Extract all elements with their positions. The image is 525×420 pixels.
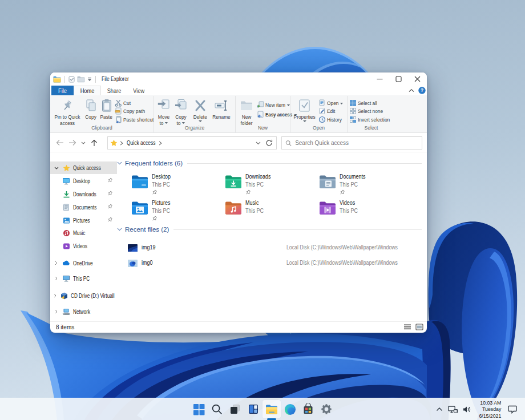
forward-button[interactable] bbox=[66, 136, 79, 149]
ribbon-group-select: Select all Select none bbox=[347, 96, 395, 132]
collapse-chevron-icon[interactable] bbox=[117, 161, 123, 165]
tab-share[interactable]: Share bbox=[101, 86, 127, 95]
pin-to-quick-access-button[interactable]: Pin to Quick access bbox=[51, 97, 83, 126]
close-button[interactable] bbox=[408, 72, 427, 86]
new-folder-button[interactable]: New folder bbox=[237, 97, 256, 126]
edit-icon bbox=[318, 107, 326, 115]
properties-button[interactable]: Properties bbox=[292, 97, 318, 122]
chevron-right-icon[interactable] bbox=[54, 309, 59, 314]
search-input[interactable] bbox=[295, 140, 418, 146]
notifications-button[interactable] bbox=[508, 405, 517, 414]
select-all-button[interactable]: Select all bbox=[349, 99, 395, 107]
volume-icon[interactable] bbox=[463, 406, 471, 413]
clock-time: 10:03 AM bbox=[479, 399, 501, 406]
ribbon-group-organize: Move to Copy to bbox=[154, 96, 235, 132]
frequent-folders-header[interactable]: Frequent folders (6) bbox=[117, 159, 427, 168]
folder-tile-downloads[interactable]: Downloads This PC bbox=[225, 173, 316, 197]
recent-file-row[interactable]: img19 Local Disk (C:)\Windows\Web\Wallpa… bbox=[117, 243, 427, 256]
details-view-icon[interactable] bbox=[403, 323, 411, 331]
folder-tile-desktop[interactable]: Desktop This PC bbox=[131, 173, 223, 197]
tab-home[interactable]: Home bbox=[74, 86, 101, 95]
invert-selection-button[interactable]: Invert selection bbox=[349, 115, 395, 124]
refresh-icon[interactable] bbox=[265, 139, 273, 147]
folder-tile-videos[interactable]: Videos This PC bbox=[319, 200, 410, 224]
pin-icon bbox=[107, 191, 112, 197]
sidebar-item-quick-access[interactable]: Quick access bbox=[50, 161, 117, 174]
chevron-right-icon[interactable] bbox=[54, 276, 59, 281]
chevron-right-icon[interactable] bbox=[54, 293, 56, 298]
downloads-folder-icon bbox=[225, 174, 242, 191]
copy-path-button[interactable]: Copy path bbox=[114, 107, 159, 116]
hidden-icons-chevron[interactable] bbox=[436, 407, 443, 411]
sidebar-item-this-pc[interactable]: This PC bbox=[50, 272, 117, 285]
recent-files-header[interactable]: Recent files (2) bbox=[117, 225, 427, 234]
sidebar-item-music[interactable]: Music bbox=[50, 227, 117, 240]
folder-tile-pictures[interactable]: Pictures This PC bbox=[131, 200, 223, 224]
file-explorer-button[interactable] bbox=[262, 400, 281, 418]
cut-button[interactable]: Cut bbox=[114, 99, 159, 107]
ribbon-group-clipboard: Pin to Quick access Copy bbox=[50, 96, 154, 132]
move-to-button[interactable]: Move to bbox=[155, 97, 172, 126]
sidebar-item-documents[interactable]: Documents bbox=[50, 201, 117, 213]
tab-view[interactable]: View bbox=[127, 86, 151, 95]
sidebar-item-videos[interactable]: Videos bbox=[50, 240, 117, 252]
back-button[interactable] bbox=[54, 136, 66, 149]
network-icon[interactable] bbox=[448, 406, 458, 413]
sidebar-item-pictures[interactable]: Pictures bbox=[50, 214, 117, 227]
recent-locations-dropdown[interactable] bbox=[79, 136, 88, 149]
sidebar-item-onedrive[interactable]: OneDrive bbox=[50, 257, 117, 269]
chevron-down-icon[interactable] bbox=[54, 167, 59, 169]
collapse-chevron-icon[interactable] bbox=[117, 228, 123, 231]
breadcrumb-item[interactable]: Quick access bbox=[127, 140, 156, 146]
edge-button[interactable] bbox=[281, 400, 299, 418]
clipboard-small-buttons: Cut Copy path bbox=[114, 97, 159, 124]
help-icon[interactable]: ? bbox=[418, 87, 426, 94]
group-label: Clipboard bbox=[55, 124, 148, 132]
task-view-button[interactable] bbox=[226, 400, 244, 418]
file-thumbnail bbox=[128, 260, 138, 267]
widgets-button[interactable] bbox=[244, 400, 262, 418]
sidebar-item-cd-drive[interactable]: CD Drive (D:) VirtualI bbox=[50, 289, 117, 302]
edit-button[interactable]: Edit bbox=[318, 107, 346, 116]
breadcrumb-chevron-icon[interactable] bbox=[120, 141, 123, 146]
toolbar-dropdown-icon[interactable] bbox=[87, 77, 92, 82]
search-button[interactable] bbox=[208, 400, 226, 418]
maximize-button[interactable] bbox=[389, 72, 408, 86]
settings-button[interactable] bbox=[317, 400, 336, 418]
delete-button[interactable]: Delete bbox=[189, 97, 211, 122]
up-button[interactable] bbox=[88, 136, 100, 149]
search-box[interactable] bbox=[281, 136, 422, 150]
folder-icon[interactable] bbox=[77, 76, 85, 83]
sidebar-item-downloads[interactable]: Downloads bbox=[50, 188, 117, 200]
address-row: Quick access bbox=[50, 134, 427, 152]
tab-file[interactable]: File bbox=[51, 86, 74, 95]
minimize-button[interactable] bbox=[370, 72, 389, 86]
sidebar-item-desktop[interactable]: Desktop bbox=[50, 175, 117, 187]
copy-button[interactable]: Copy bbox=[83, 97, 99, 120]
properties-check-icon[interactable] bbox=[68, 76, 75, 83]
select-none-button[interactable]: Select none bbox=[349, 107, 395, 116]
store-button[interactable] bbox=[299, 400, 317, 418]
taskbar-clock[interactable]: 10:03 AM Tuesday 6/15/2021 bbox=[479, 399, 501, 419]
desktop-folder-icon bbox=[131, 174, 148, 191]
folder-tile-documents[interactable]: Documents This PC bbox=[319, 173, 410, 197]
breadcrumb-chevron-icon[interactable] bbox=[159, 141, 162, 146]
separator bbox=[95, 76, 96, 83]
history-button[interactable]: History bbox=[318, 115, 346, 124]
rename-button[interactable]: Rename bbox=[211, 97, 232, 120]
chevron-right-icon[interactable] bbox=[54, 261, 59, 265]
titlebar[interactable]: File Explorer bbox=[50, 72, 427, 86]
thumbnail-view-icon[interactable] bbox=[415, 323, 423, 331]
recent-file-row[interactable]: img0 Local Disk (C:)\Windows\Web\Wallpap… bbox=[117, 258, 427, 272]
minimize-ribbon-icon[interactable] bbox=[409, 88, 414, 93]
start-button[interactable] bbox=[189, 400, 208, 418]
svg-text:?: ? bbox=[421, 87, 423, 93]
paste-shortcut-button[interactable]: Paste shortcut bbox=[114, 115, 159, 124]
copy-to-button[interactable]: Copy to bbox=[172, 97, 189, 126]
address-dropdown-icon[interactable] bbox=[256, 142, 261, 145]
address-bar[interactable]: Quick access bbox=[107, 136, 277, 150]
folder-tile-music[interactable]: Music This PC bbox=[225, 200, 316, 224]
open-button[interactable]: Open bbox=[318, 99, 346, 107]
sidebar-item-network[interactable]: Network bbox=[50, 305, 117, 318]
paste-button[interactable]: Paste bbox=[99, 97, 114, 120]
